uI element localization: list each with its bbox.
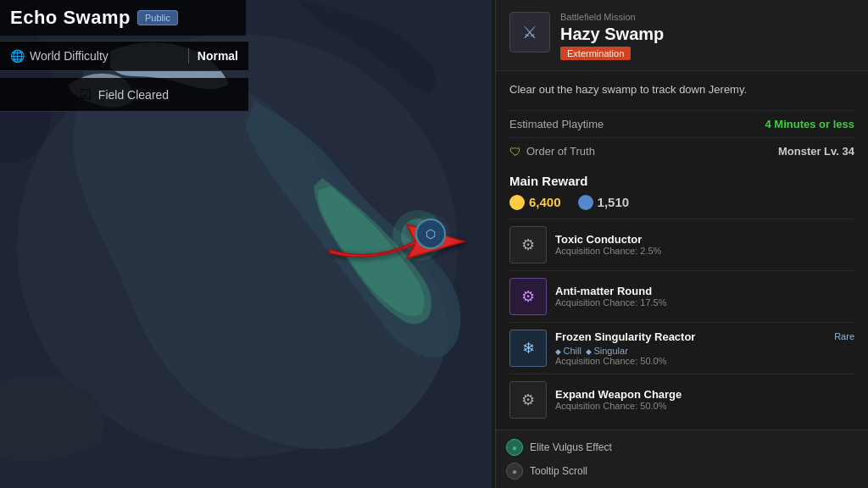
reward-item: ⚙ Anti-matter Round Acquisition Chance: … [509,270,854,322]
alert-circle-icon: ● [512,443,517,452]
field-cleared-panel: ☑ Field Cleared [0,78,248,112]
world-difficulty-label: 🌐 World Difficulty [10,49,180,63]
item-icon: ⚙ [521,391,535,409]
main-reward-title: Main Reward [509,174,854,188]
bottom-items-list: ● Elite Vulgus Effect ● Tooltip Scroll [506,435,858,483]
reward-items-list: ⚙ Toxic Conductor Acquisition Chance: 2.… [509,219,854,425]
item-icon-box: ⚙ [509,226,547,263]
bottom-bar-item: ● Tooltip Scroll [506,459,858,483]
bottom-item-label: Elite Vulgus Effect [530,441,612,453]
order-value: Monster Lv. 34 [778,145,854,158]
item-name-row: Frozen Singularity Reactor Rare [555,330,854,343]
reward-item: ❄ Frozen Singularity Reactor Rare ChillS… [509,322,854,374]
item-chance: Acquisition Chance: 50.0% [555,356,854,366]
mission-body[interactable]: Clear out the hazy swamp to track down J… [496,71,868,430]
map-title: Echo Swamp [10,7,131,29]
gold-reward: 6,400 [509,195,561,210]
world-difficulty-panel: 🌐 World Difficulty Normal [0,41,248,71]
order-label-group: 🛡 Order of Truth [509,145,595,158]
playtime-label: Estimated Playtime [509,118,604,130]
divider [188,48,189,64]
item-chance: Acquisition Chance: 2.5% [555,246,854,256]
item-name: Expand Weapon Charge [555,388,682,401]
globe-icon: 🌐 [10,49,25,63]
item-info: Toxic Conductor Acquisition Chance: 2.5% [555,233,854,256]
item-name-row: Expand Weapon Charge [555,388,854,401]
map-area: Echo Swamp Public 🌐 World Difficulty Nor… [0,0,492,488]
shield-icon: 🛡 [509,145,521,158]
marker-icon: ⬡ [426,227,436,241]
gold-icon [509,195,525,210]
item-name-row: Anti-matter Round [555,285,854,297]
bottom-icon: ● [506,439,523,456]
exp-amount: 1,510 [598,195,630,209]
field-cleared-label: Field Cleared [98,88,169,102]
bottom-item-label: Tooltip Scroll [530,465,587,477]
item-icon: ⚙ [521,287,535,306]
mission-description: Clear out the hazy swamp to track down J… [509,81,854,98]
world-difficulty-value: Normal [198,49,238,63]
item-name-row: Toxic Conductor [555,233,854,246]
title-bar: Echo Swamp Public [0,0,246,36]
mission-name: Hazy Swamp [560,25,854,43]
reward-gold-row: 6,400 1,510 [509,195,854,210]
reward-item: ⚙ Expand Weapon Charge Acquisition Chanc… [509,374,854,425]
mission-tag: Extermination [560,47,631,60]
bottom-bar-item: ● Elite Vulgus Effect [506,435,858,459]
mission-type-label: Battlefield Mission [560,12,854,22]
bottom-bar: ● Elite Vulgus Effect ● Tooltip Scroll [496,430,868,488]
item-tag: Chill [555,346,581,356]
item-name: Frozen Singularity Reactor [555,330,695,343]
mission-icon: ⚔ [522,22,537,42]
public-badge: Public [137,10,178,25]
item-tag: Singular [586,346,628,356]
reward-item: ⚙ Toxic Conductor Acquisition Chance: 2.… [509,219,854,270]
item-info: Frozen Singularity Reactor Rare ChillSin… [555,330,854,366]
item-info: Anti-matter Round Acquisition Chance: 17… [555,285,854,308]
check-icon: ☑ [80,86,92,103]
mission-panel: ⚔ Battlefield Mission Hazy Swamp Extermi… [495,0,868,488]
scroll-icon: ● [512,467,517,476]
exp-reward: 1,510 [578,195,630,210]
order-row: 🛡 Order of Truth Monster Lv. 34 [509,137,854,165]
bottom-icon: ● [506,463,523,480]
item-icon: ⚙ [521,236,535,254]
item-icon-box: ⚙ [509,278,547,315]
item-chance: Acquisition Chance: 17.5% [555,297,854,308]
item-name: Toxic Conductor [555,233,642,246]
playtime-value: 4 Minutes or less [765,118,854,130]
item-rare-badge: Rare [834,331,854,341]
exp-icon [578,195,593,210]
item-chance: Acquisition Chance: 50.0% [555,401,854,411]
gold-amount: 6,400 [529,195,561,209]
item-info: Expand Weapon Charge Acquisition Chance:… [555,388,854,411]
mission-icon-box: ⚔ [509,12,550,53]
mission-title-block: Battlefield Mission Hazy Swamp Extermina… [560,12,854,60]
item-icon: ❄ [522,339,535,358]
item-icon-box: ❄ [509,330,547,367]
item-name: Anti-matter Round [555,285,652,297]
order-label: Order of Truth [526,145,595,158]
item-icon-box: ⚙ [509,381,547,419]
mission-header: ⚔ Battlefield Mission Hazy Swamp Extermi… [496,0,868,71]
playtime-row: Estimated Playtime 4 Minutes or less [509,110,854,137]
location-marker[interactable]: ⬡ [415,219,446,249]
